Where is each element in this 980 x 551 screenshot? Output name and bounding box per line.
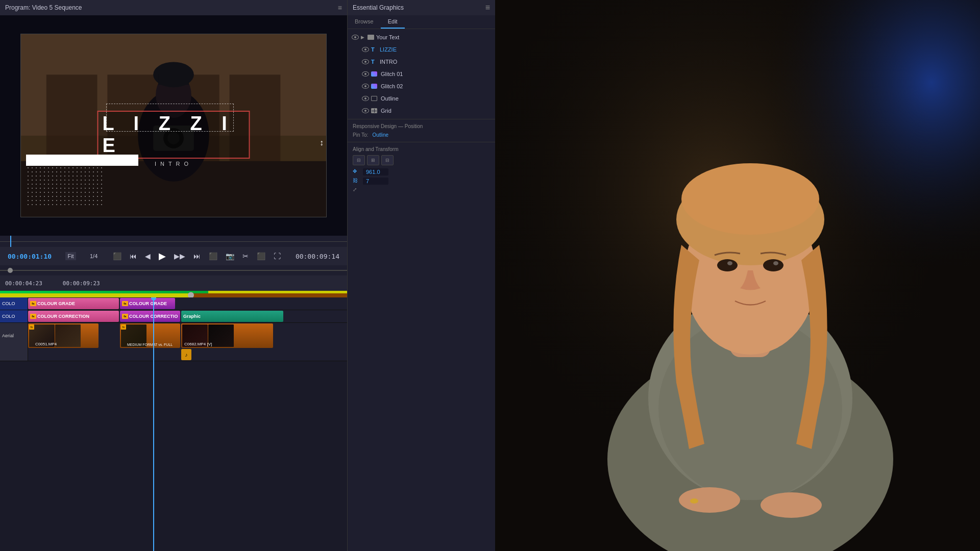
visibility-icon-3[interactable] (362, 71, 369, 77)
clip-colour-grade-2[interactable]: fx COLOUR GRADE (120, 298, 175, 309)
play-button[interactable]: ▶ (158, 249, 167, 263)
coord-y-value[interactable]: 7 (363, 178, 388, 185)
eg-layer-intro[interactable]: T INTRO (348, 56, 495, 68)
trim-button[interactable]: ✂ (241, 251, 250, 261)
scale-icon: ⤢ (353, 187, 360, 194)
move-icon: ✥ (353, 168, 360, 176)
visibility-icon-0[interactable] (352, 35, 359, 40)
person-svg (495, 0, 980, 551)
track-content-v2[interactable]: fx COLOUR CORRECTION fx COLOUR CORRECTIO… (28, 310, 347, 322)
svg-point-29 (761, 492, 822, 518)
white-bar-overlay (26, 155, 138, 166)
visibility-icon-2[interactable] (362, 59, 369, 64)
scrubber-track (0, 270, 347, 271)
timeline-header: 00:00:04:23 00:00:09:23 (0, 276, 347, 291)
monitor-timebar[interactable] (0, 236, 347, 247)
step-forward-button[interactable]: ⏭ (192, 251, 202, 261)
clip-fx-icon-4: fx (122, 314, 128, 319)
eg-menu-icon[interactable]: ≡ (485, 3, 490, 12)
eg-layers: ▶ Your Text T LIZZIE T INTRO Glitch 01 G… (348, 29, 495, 119)
timebar-line (0, 241, 347, 242)
audio-marker: ♪ (181, 349, 191, 360)
clip-c0051[interactable]: fx C0051.MP4 (28, 323, 99, 348)
track-content-v1[interactable]: fx C0051.MP4 fx MEDIUM FORMAT vs. FULL C… (28, 323, 347, 348)
time-current-display: 00:00:01:10 (8, 253, 52, 260)
align-center-btn[interactable]: ⊞ (367, 155, 379, 165)
eg-layer-outline[interactable]: Outline (348, 92, 495, 105)
svg-rect-10 (158, 74, 189, 85)
track-row-v1: Aerial fx C0051.MP4 fx MEDIUM FORMAT vs.… (0, 323, 347, 348)
track-row-v3: COLO fx COLOUR GRADE fx COLOUR G (0, 297, 347, 310)
step-back-button[interactable]: ⏮ (129, 251, 138, 261)
fit-dropdown[interactable]: Fit (65, 252, 76, 260)
clip-fx-icon-3: fx (30, 314, 36, 319)
tab-browse[interactable]: Browse (348, 15, 381, 29)
page-indicator[interactable]: 1/4 (90, 253, 97, 259)
timeline-playhead-line (153, 297, 154, 551)
scrubber-handle[interactable] (8, 268, 13, 273)
monitor-header: Program: Video 5 Sequence ≡ (0, 0, 347, 15)
align-right-btn[interactable]: ⊟ (381, 155, 394, 165)
eg-layer-lizzie[interactable]: T LIZZIE (348, 43, 495, 56)
track-content-audio[interactable]: ♪ (28, 348, 347, 361)
align-buttons: ⊟ ⊞ ⊟ (353, 155, 490, 165)
coord-x-value[interactable]: 961.0 (363, 168, 388, 176)
layer-name-2: INTRO (380, 59, 491, 65)
eg-layer-your-text[interactable]: ▶ Your Text (348, 31, 495, 43)
clip-label-c0682: C0682.MP4 [V] (184, 342, 212, 346)
pin-to-value[interactable]: Outline (372, 132, 388, 138)
rect-icon-1 (371, 96, 377, 101)
photo-panel (495, 0, 980, 551)
timeline-time-left: 00:00:04:23 (5, 280, 42, 287)
eg-layer-grid[interactable]: Grid (348, 105, 495, 117)
eg-title: Essential Graphics (353, 4, 404, 11)
eg-layer-glitch01[interactable]: Glitch 01 (348, 68, 495, 80)
clip-c0682[interactable]: C0682.MP4 [V] (181, 323, 273, 348)
track-content-v3[interactable]: fx COLOUR GRADE fx COLOUR GRADE (28, 297, 347, 310)
layer-name-1: LIZZIE (380, 46, 491, 53)
visibility-icon-6[interactable] (362, 108, 369, 113)
clip-graphic[interactable]: Graphic (181, 311, 283, 322)
track-label-v1: Aerial (0, 323, 28, 348)
selection-box (106, 104, 234, 132)
text-icon-1: T (371, 46, 376, 53)
timebar-playhead (10, 236, 11, 247)
responsive-design-section: Responsive Design — Position Pin To: Out… (348, 119, 495, 142)
frame-forward-button[interactable]: ▶▶ (173, 251, 186, 261)
clip-thumb-2 (55, 324, 81, 347)
align-transform-title: Align and Transform (353, 146, 490, 152)
clip-icon-6: fx (121, 324, 126, 330)
clip-colour-correction-1[interactable]: fx COLOUR CORRECTION (28, 311, 119, 322)
visibility-icon-5[interactable] (362, 96, 369, 101)
premiere-panel: Program: Video 5 Sequence ≡ (0, 0, 347, 551)
align-transform-section: Align and Transform ⊟ ⊞ ⊟ ✥ 961.0 ⛓ 7 ⤢ (348, 142, 495, 198)
svg-point-27 (773, 261, 778, 265)
export-button[interactable]: 📷 (225, 251, 235, 261)
align-left-btn[interactable]: ⊟ (353, 155, 365, 165)
clip-label-graphic: Graphic (183, 314, 201, 319)
visibility-icon-4[interactable] (362, 84, 369, 89)
timeline-panel: 00:00:04:23 00:00:09:23 COLO (0, 276, 347, 551)
fullscreen-button[interactable]: ⛶ (273, 251, 282, 261)
mark-in-button[interactable]: ⬛ (112, 251, 122, 261)
clip-medium-format[interactable]: fx MEDIUM FORMAT vs. FULL (120, 323, 180, 348)
clip-colour-grade-1[interactable]: fx COLOUR GRADE (28, 298, 119, 309)
mark-out-button[interactable]: ⬛ (208, 251, 218, 261)
scrubber-row[interactable] (0, 265, 347, 276)
photo-background (495, 0, 980, 551)
eg-layer-glitch02[interactable]: Glitch 02 (348, 80, 495, 92)
pin-to-label: Pin To: (353, 132, 368, 138)
visibility-icon-1[interactable] (362, 47, 369, 52)
layer-name-4: Glitch 02 (381, 83, 491, 89)
clip-colour-correction-2[interactable]: fx COLOUR CORRECTION (120, 311, 180, 322)
insert-button[interactable]: ⬛ (256, 251, 266, 261)
video-preview-area: L I Z Z I E INTRO ↕ (0, 15, 347, 236)
grid-icon-1 (371, 108, 377, 113)
frame-back-button[interactable]: ◀ (144, 251, 152, 261)
tab-edit[interactable]: Edit (381, 15, 405, 29)
track-row-audio: ♪ (0, 348, 347, 361)
monitor-menu-icon[interactable]: ≡ (338, 4, 342, 12)
text-icon-2: T (371, 59, 376, 65)
work-area-bar[interactable] (0, 293, 347, 297)
dot-grid-overlay (26, 166, 103, 207)
